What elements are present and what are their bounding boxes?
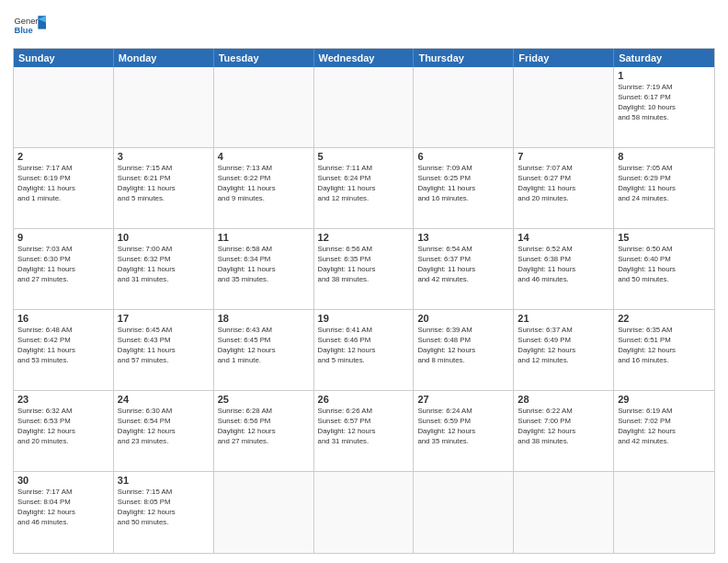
- calendar-cell: 7Sunrise: 7:07 AM Sunset: 6:27 PM Daylig…: [514, 148, 614, 228]
- calendar-cell: 19Sunrise: 6:41 AM Sunset: 6:46 PM Dayli…: [314, 310, 415, 390]
- calendar-cell: [414, 67, 514, 147]
- calendar-cell: [514, 472, 614, 553]
- day-number: 8: [618, 151, 711, 162]
- calendar-cell: 18Sunrise: 6:43 AM Sunset: 6:45 PM Dayli…: [214, 310, 314, 390]
- day-number: 12: [318, 232, 410, 243]
- day-number: 29: [618, 394, 711, 405]
- calendar-cell: [114, 67, 214, 147]
- calendar-cell: 20Sunrise: 6:39 AM Sunset: 6:48 PM Dayli…: [414, 310, 514, 390]
- calendar-cell: 25Sunrise: 6:28 AM Sunset: 6:56 PM Dayli…: [214, 391, 314, 471]
- calendar-cell: 2Sunrise: 7:17 AM Sunset: 6:19 PM Daylig…: [14, 148, 114, 228]
- day-number: 10: [118, 232, 210, 243]
- calendar-cell: 26Sunrise: 6:26 AM Sunset: 6:57 PM Dayli…: [314, 391, 415, 471]
- sun-info: Sunrise: 7:11 AM Sunset: 6:24 PM Dayligh…: [318, 164, 410, 204]
- calendar-cell: 31Sunrise: 7:15 AM Sunset: 8:05 PM Dayli…: [114, 472, 214, 553]
- day-number: 23: [17, 394, 109, 405]
- sun-info: Sunrise: 6:19 AM Sunset: 7:02 PM Dayligh…: [618, 407, 711, 447]
- calendar-row: 9Sunrise: 7:03 AM Sunset: 6:30 PM Daylig…: [14, 229, 714, 310]
- header-cell-wednesday: Wednesday: [314, 49, 415, 67]
- sun-info: Sunrise: 6:32 AM Sunset: 6:53 PM Dayligh…: [17, 407, 109, 447]
- calendar-cell: 15Sunrise: 6:50 AM Sunset: 6:40 PM Dayli…: [614, 229, 714, 309]
- calendar-header: SundayMondayTuesdayWednesdayThursdayFrid…: [14, 49, 714, 67]
- day-number: 22: [618, 313, 711, 324]
- calendar-cell: 27Sunrise: 6:24 AM Sunset: 6:59 PM Dayli…: [414, 391, 514, 471]
- day-number: 1: [618, 70, 711, 81]
- day-number: 25: [218, 394, 310, 405]
- day-number: 26: [318, 394, 410, 405]
- sun-info: Sunrise: 7:03 AM Sunset: 6:30 PM Dayligh…: [17, 245, 109, 285]
- day-number: 16: [17, 313, 109, 324]
- calendar-cell: 23Sunrise: 6:32 AM Sunset: 6:53 PM Dayli…: [14, 391, 114, 471]
- day-number: 19: [318, 313, 410, 324]
- sun-info: Sunrise: 6:39 AM Sunset: 6:48 PM Dayligh…: [417, 326, 509, 366]
- sun-info: Sunrise: 6:28 AM Sunset: 6:56 PM Dayligh…: [218, 407, 310, 447]
- sun-info: Sunrise: 6:56 AM Sunset: 6:35 PM Dayligh…: [318, 245, 410, 285]
- calendar-cell: [614, 472, 714, 553]
- calendar-cell: 28Sunrise: 6:22 AM Sunset: 7:00 PM Dayli…: [514, 391, 614, 471]
- header-cell-sunday: Sunday: [14, 49, 114, 67]
- day-number: 4: [218, 151, 310, 162]
- header-cell-tuesday: Tuesday: [214, 49, 314, 67]
- day-number: 5: [318, 151, 410, 162]
- sun-info: Sunrise: 7:15 AM Sunset: 6:21 PM Dayligh…: [118, 164, 210, 204]
- calendar-cell: 10Sunrise: 7:00 AM Sunset: 6:32 PM Dayli…: [114, 229, 214, 309]
- day-number: 9: [17, 232, 109, 243]
- day-number: 11: [218, 232, 310, 243]
- calendar-cell: 12Sunrise: 6:56 AM Sunset: 6:35 PM Dayli…: [314, 229, 415, 309]
- day-number: 18: [218, 313, 310, 324]
- day-number: 28: [518, 394, 609, 405]
- sun-info: Sunrise: 6:26 AM Sunset: 6:57 PM Dayligh…: [318, 407, 410, 447]
- page-header: General Blue: [13, 9, 715, 42]
- day-number: 13: [417, 232, 509, 243]
- calendar-cell: 6Sunrise: 7:09 AM Sunset: 6:25 PM Daylig…: [414, 148, 514, 228]
- header-cell-monday: Monday: [114, 49, 214, 67]
- day-number: 31: [118, 475, 210, 486]
- day-number: 30: [17, 475, 109, 486]
- sun-info: Sunrise: 6:30 AM Sunset: 6:54 PM Dayligh…: [118, 407, 210, 447]
- sun-info: Sunrise: 7:15 AM Sunset: 8:05 PM Dayligh…: [118, 488, 210, 528]
- sun-info: Sunrise: 6:48 AM Sunset: 6:42 PM Dayligh…: [17, 326, 109, 366]
- sun-info: Sunrise: 6:54 AM Sunset: 6:37 PM Dayligh…: [417, 245, 509, 285]
- sun-info: Sunrise: 7:07 AM Sunset: 6:27 PM Dayligh…: [518, 164, 609, 204]
- calendar-row: 16Sunrise: 6:48 AM Sunset: 6:42 PM Dayli…: [14, 310, 714, 391]
- calendar-cell: 30Sunrise: 7:17 AM Sunset: 8:04 PM Dayli…: [14, 472, 114, 553]
- calendar-cell: [14, 67, 114, 147]
- sun-info: Sunrise: 6:41 AM Sunset: 6:46 PM Dayligh…: [318, 326, 410, 366]
- calendar-cell: 29Sunrise: 6:19 AM Sunset: 7:02 PM Dayli…: [614, 391, 714, 471]
- calendar: SundayMondayTuesdayWednesdayThursdayFrid…: [13, 48, 715, 554]
- calendar-body: 1Sunrise: 7:19 AM Sunset: 6:17 PM Daylig…: [14, 67, 714, 553]
- calendar-cell: [314, 472, 415, 553]
- day-number: 6: [417, 151, 509, 162]
- sun-info: Sunrise: 6:35 AM Sunset: 6:51 PM Dayligh…: [618, 326, 711, 366]
- day-number: 20: [417, 313, 509, 324]
- sun-info: Sunrise: 6:24 AM Sunset: 6:59 PM Dayligh…: [417, 407, 509, 447]
- header-cell-friday: Friday: [514, 49, 614, 67]
- sun-info: Sunrise: 7:13 AM Sunset: 6:22 PM Dayligh…: [218, 164, 310, 204]
- calendar-cell: [414, 472, 514, 553]
- day-number: 21: [518, 313, 609, 324]
- sun-info: Sunrise: 7:09 AM Sunset: 6:25 PM Dayligh…: [417, 164, 509, 204]
- sun-info: Sunrise: 6:43 AM Sunset: 6:45 PM Dayligh…: [218, 326, 310, 366]
- calendar-cell: 8Sunrise: 7:05 AM Sunset: 6:29 PM Daylig…: [614, 148, 714, 228]
- calendar-cell: 21Sunrise: 6:37 AM Sunset: 6:49 PM Dayli…: [514, 310, 614, 390]
- calendar-cell: 5Sunrise: 7:11 AM Sunset: 6:24 PM Daylig…: [314, 148, 415, 228]
- sun-info: Sunrise: 6:58 AM Sunset: 6:34 PM Dayligh…: [218, 245, 310, 285]
- sun-info: Sunrise: 7:00 AM Sunset: 6:32 PM Dayligh…: [118, 245, 210, 285]
- calendar-cell: 17Sunrise: 6:45 AM Sunset: 6:43 PM Dayli…: [114, 310, 214, 390]
- calendar-cell: 11Sunrise: 6:58 AM Sunset: 6:34 PM Dayli…: [214, 229, 314, 309]
- logo: General Blue: [13, 9, 46, 42]
- header-cell-thursday: Thursday: [414, 49, 514, 67]
- day-number: 2: [17, 151, 109, 162]
- sun-info: Sunrise: 6:22 AM Sunset: 7:00 PM Dayligh…: [518, 407, 609, 447]
- calendar-cell: [214, 472, 314, 553]
- sun-info: Sunrise: 6:52 AM Sunset: 6:38 PM Dayligh…: [518, 245, 609, 285]
- calendar-cell: 4Sunrise: 7:13 AM Sunset: 6:22 PM Daylig…: [214, 148, 314, 228]
- sun-info: Sunrise: 7:17 AM Sunset: 8:04 PM Dayligh…: [17, 488, 109, 528]
- header-cell-saturday: Saturday: [614, 49, 714, 67]
- day-number: 27: [417, 394, 509, 405]
- calendar-cell: 3Sunrise: 7:15 AM Sunset: 6:21 PM Daylig…: [114, 148, 214, 228]
- sun-info: Sunrise: 6:37 AM Sunset: 6:49 PM Dayligh…: [518, 326, 609, 366]
- calendar-cell: 1Sunrise: 7:19 AM Sunset: 6:17 PM Daylig…: [614, 67, 714, 147]
- calendar-cell: 22Sunrise: 6:35 AM Sunset: 6:51 PM Dayli…: [614, 310, 714, 390]
- day-number: 7: [518, 151, 609, 162]
